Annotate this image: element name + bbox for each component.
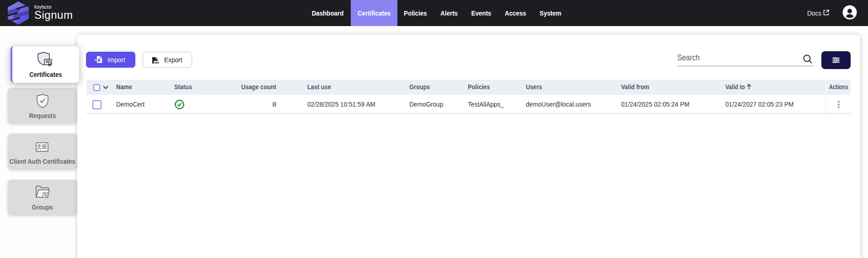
svg-text:csv: csv xyxy=(154,61,159,64)
